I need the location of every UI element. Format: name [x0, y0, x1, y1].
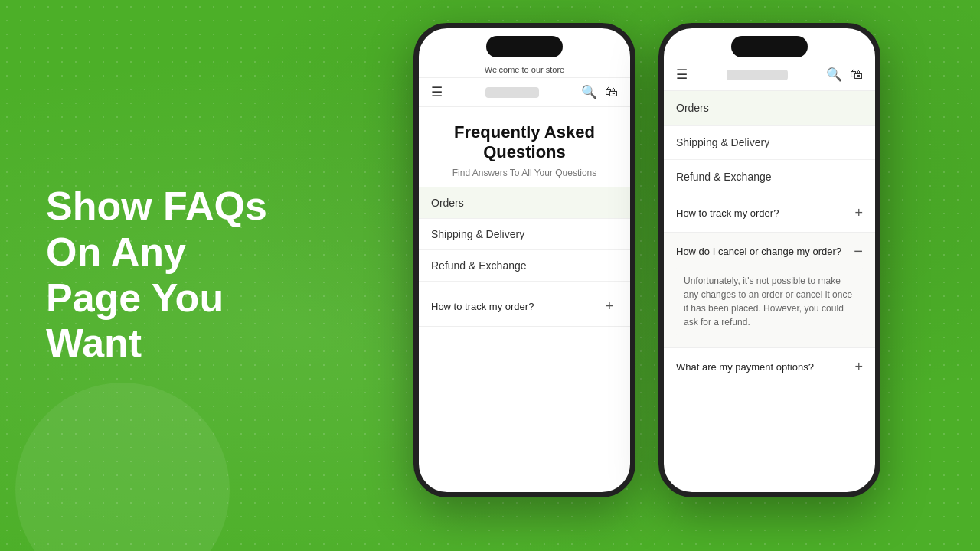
- hero-text: Show FAQs On Any Page You Want: [46, 184, 267, 367]
- right-category-refund[interactable]: Refund & Exchange: [664, 160, 875, 194]
- phone-left-content: Frequently Asked Questions Find Answers …: [419, 107, 630, 483]
- phone-nav-left: 🔍 🛍: [419, 78, 630, 107]
- right-faq-payment[interactable]: What are my payment options? +: [664, 348, 875, 386]
- nav-icons: 🔍 🛍: [581, 84, 618, 100]
- hero-line-3: Page You: [46, 276, 267, 321]
- right-faq-cancel[interactable]: How do I cancel or change my order? − Un…: [664, 233, 875, 348]
- hamburger-icon[interactable]: [431, 84, 443, 100]
- faq-categories-left: Orders Shipping & Delivery Refund & Exch…: [419, 187, 630, 288]
- category-orders[interactable]: Orders: [419, 187, 630, 219]
- welcome-text: Welcome to our store: [485, 65, 564, 74]
- logo-bar-right: [727, 70, 788, 80]
- faq-title: Frequently Asked Questions: [431, 122, 618, 163]
- right-faq-track[interactable]: How to track my order? +: [664, 194, 875, 233]
- right-faq-question-cancel: How do I cancel or change my order?: [676, 246, 854, 257]
- right-faq-question-track: How to track my order?: [676, 207, 854, 219]
- dynamic-island-left: [486, 36, 563, 57]
- hero-line-1: Show FAQs: [46, 184, 267, 230]
- logo-bar: [485, 87, 539, 98]
- search-icon[interactable]: 🔍: [581, 84, 597, 100]
- phone-right: ☰ 🔍 🛍 Orders Shipping & Delivery Refund …: [658, 23, 880, 497]
- hero-line-4: Want: [46, 321, 267, 367]
- right-phone-content: Orders Shipping & Delivery Refund & Exch…: [664, 91, 875, 497]
- phone-left: Welcome to our store 🔍 🛍 Frequently Aske…: [413, 23, 635, 497]
- right-faq-answer-cancel: Unfortunately, it's not possible to make…: [676, 266, 863, 337]
- cart-icon[interactable]: 🛍: [605, 85, 618, 100]
- right-faq-toggle-payment[interactable]: +: [854, 359, 863, 375]
- category-shipping[interactable]: Shipping & Delivery: [419, 219, 630, 250]
- right-faq-question-payment: What are my payment options?: [676, 361, 854, 373]
- right-category-orders[interactable]: Orders: [664, 91, 875, 126]
- category-refund[interactable]: Refund & Exchange: [419, 250, 630, 282]
- cart-icon-right[interactable]: 🛍: [850, 67, 863, 83]
- right-faq-toggle-cancel[interactable]: −: [854, 243, 863, 259]
- right-nav-icons: 🔍 🛍: [826, 67, 863, 83]
- faq-subtitle: Find Answers To All Your Questions: [431, 168, 618, 178]
- right-faq-toggle-track[interactable]: +: [854, 205, 863, 221]
- faq-toggle-track[interactable]: +: [601, 298, 618, 315]
- faq-question-track: How to track my order?: [431, 301, 601, 312]
- hamburger-icon-right[interactable]: ☰: [676, 67, 688, 83]
- right-category-shipping[interactable]: Shipping & Delivery: [664, 126, 875, 160]
- faq-item-track[interactable]: How to track my order? +: [419, 288, 630, 327]
- faq-header: Frequently Asked Questions Find Answers …: [419, 107, 630, 187]
- search-icon-right[interactable]: 🔍: [826, 67, 842, 83]
- right-faq-track-row: How to track my order? +: [676, 205, 863, 221]
- right-faq-payment-row: What are my payment options? +: [676, 359, 863, 375]
- dynamic-island-right: [731, 36, 808, 57]
- right-faq-cancel-row: How do I cancel or change my order? −: [676, 243, 863, 259]
- hero-line-2: On Any: [46, 230, 267, 276]
